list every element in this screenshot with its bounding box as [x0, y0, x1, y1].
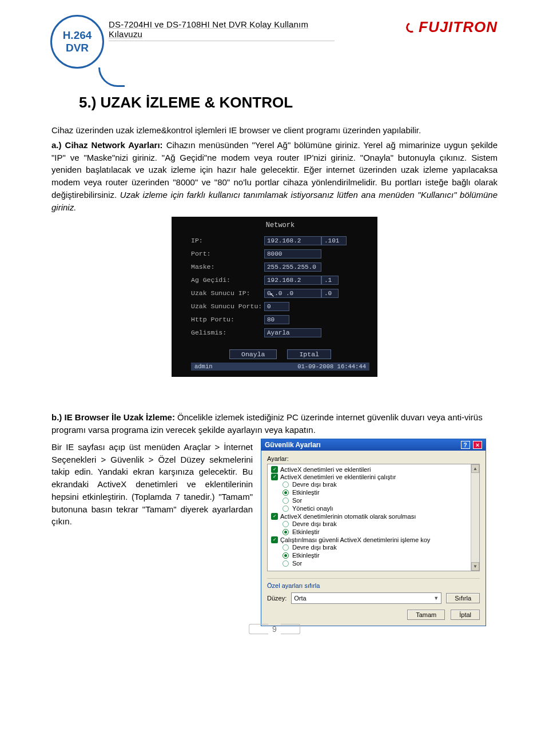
advanced-button[interactable]: Ayarla — [264, 328, 321, 337]
scroll-down-icon[interactable]: ▼ — [471, 562, 479, 571]
activex-icon: ✓ — [271, 466, 278, 473]
remote-ip-label: Uzak Sunucu IP: — [191, 289, 264, 297]
port-label: Port: — [191, 250, 264, 257]
activex-icon: ✓ — [271, 513, 278, 520]
ip-label: IP: — [191, 237, 264, 244]
ok-button[interactable]: Tamam — [407, 610, 445, 620]
level-label: Düzey: — [267, 595, 287, 602]
radio-off-icon[interactable] — [283, 544, 289, 551]
option-row[interactable]: Devre dışı bırak — [270, 543, 477, 551]
remote-ip-field-b[interactable]: .0 — [321, 289, 339, 298]
mask-label: Maske: — [191, 263, 264, 270]
activex-icon: ✓ — [271, 536, 278, 543]
radio-off-icon[interactable] — [283, 498, 289, 504]
page-number-value: 9 — [268, 624, 281, 634]
radio-off-icon[interactable] — [283, 482, 289, 488]
radio-on-icon[interactable] — [283, 490, 289, 496]
para3-lead: b.) IE Browser İle Uzak İzleme: — [51, 412, 177, 422]
group-label: Çalıştırılması güvenli ActiveX denetimle… — [280, 536, 430, 543]
status-user: admin — [194, 363, 213, 370]
option-label: Devre dışı bırak — [292, 543, 337, 551]
activex-group: ✓Çalıştırılması güvenli ActiveX denetiml… — [270, 536, 477, 543]
security-settings-dialog: Güvenlik Ayarları ? × Ayarlar: ▲ ▼ ✓Acti… — [261, 439, 486, 627]
port-field[interactable]: 8000 — [264, 249, 321, 258]
remote-port-field[interactable]: 0 — [264, 302, 289, 311]
option-row[interactable]: Yönetici onaylı — [270, 504, 477, 512]
para2-lead: a.) Cihaz Network Ayarları: — [51, 140, 166, 150]
brand-label: FUJITRON — [419, 18, 498, 36]
dialog-title: Güvenlik Ayarları — [265, 441, 321, 449]
radio-off-icon[interactable] — [283, 506, 289, 512]
option-row[interactable]: Sor — [270, 559, 477, 567]
settings-list[interactable]: ▲ ▼ ✓ActiveX denetimleri ve eklentileri✓… — [267, 464, 480, 571]
reset-section-label: Özel ayarları sıfırla — [267, 578, 480, 589]
dialog-cancel-button[interactable]: İptal — [451, 610, 480, 620]
option-row[interactable]: Etkinleştir — [270, 488, 477, 496]
chevron-down-icon: ▼ — [433, 595, 439, 601]
decorative-curve — [98, 67, 125, 87]
group-label: ActiveX denetimleri ve eklentileri — [280, 466, 371, 473]
activex-group: ✓ActiveX denetimleri ve eklentileri — [270, 465, 477, 473]
help-icon[interactable]: ? — [461, 441, 470, 449]
paragraph-ie: b.) IE Browser İle Uzak İzleme: Öncelikl… — [51, 411, 498, 436]
net-title: Network — [191, 221, 369, 229]
option-label: Devre dışı bırak — [292, 520, 337, 528]
reset-button[interactable]: Sıfırla — [446, 593, 480, 603]
option-row[interactable]: Sor — [270, 496, 477, 504]
gateway-field-b[interactable]: .1 — [321, 276, 339, 285]
option-label: Etkinleştir — [292, 528, 320, 536]
option-label: Sor — [292, 496, 302, 504]
logo-swoosh-icon — [404, 21, 417, 34]
status-bar: admin 01-09-2008 16:44:44 — [191, 363, 369, 371]
group-label: ActiveX denetimlerinin otomatik olarak s… — [280, 513, 416, 520]
option-row[interactable]: Etkinleştir — [270, 528, 477, 536]
network-settings-screenshot: Network IP: 192.168.2 .101 Port: 8000 Ma… — [172, 217, 377, 377]
scroll-up-icon[interactable]: ▲ — [471, 464, 479, 473]
group-label: ActiveX denetimleri ve eklentilerini çal… — [280, 474, 396, 480]
paragraph-intro: Cihaz üzerinden uzak izleme&kontrol işle… — [51, 124, 498, 137]
option-row[interactable]: Devre dışı bırak — [270, 520, 477, 528]
paragraph-ie-steps: Bir IE sayfası açıp üst menüden Araçlar … — [51, 441, 253, 528]
activex-icon: ✓ — [271, 474, 278, 480]
option-label: Yönetici onaylı — [292, 504, 333, 512]
http-port-label: Http Portu: — [191, 316, 264, 323]
gateway-field-a[interactable]: 192.168.2 — [264, 276, 321, 285]
radio-on-icon[interactable] — [283, 529, 289, 535]
http-port-field[interactable]: 80 — [264, 315, 289, 324]
remote-port-label: Uzak Sunucu Portu: — [191, 303, 264, 310]
level-select[interactable]: Orta ▼ — [291, 592, 441, 604]
radio-off-icon[interactable] — [283, 560, 289, 567]
option-label: Etkinleştir — [292, 551, 320, 559]
option-label: Devre dışı bırak — [292, 480, 337, 488]
activex-group: ✓ActiveX denetimlerinin otomatik olarak … — [270, 512, 477, 520]
scrollbar[interactable]: ▲ ▼ — [471, 464, 479, 571]
list-label: Ayarlar: — [267, 455, 480, 462]
product-badge: H.264 DVR — [50, 15, 104, 69]
radio-off-icon[interactable] — [283, 521, 289, 527]
mask-field[interactable]: 255.255.255.0 — [264, 262, 321, 272]
ip-field-a[interactable]: 192.168.2 — [264, 236, 321, 245]
badge-line1: H.264 — [63, 29, 92, 42]
dialog-titlebar: Güvenlik Ayarları ? × — [261, 439, 486, 451]
activex-group: ✓ActiveX denetimleri ve eklentilerini ça… — [270, 473, 477, 480]
status-time: 01-09-2008 16:44:44 — [297, 363, 366, 370]
cursor-icon: ↖ — [270, 290, 274, 299]
brand-logo: FUJITRON — [406, 18, 498, 36]
section-heading: 5.) UZAK İZLEME & KONTROL — [79, 94, 498, 112]
radio-on-icon[interactable] — [283, 552, 289, 559]
option-label: Etkinleştir — [292, 488, 320, 496]
ip-field-b[interactable]: .101 — [321, 236, 347, 245]
badge-line2: DVR — [66, 42, 89, 54]
option-label: Sor — [292, 559, 302, 567]
paragraph-network: a.) Cihaz Network Ayarları: Cihazın menü… — [51, 139, 498, 214]
document-title: DS-7204HI ve DS-7108HI Net DVR Kolay Kul… — [109, 19, 335, 41]
page-number: 9 — [249, 624, 300, 634]
confirm-button[interactable]: Onayla — [229, 349, 277, 359]
option-row[interactable]: Etkinleştir — [270, 551, 477, 559]
level-value: Orta — [294, 595, 306, 602]
gateway-label: Ag Geçidi: — [191, 276, 264, 284]
cancel-button[interactable]: Iptal — [287, 349, 331, 359]
option-row[interactable]: Devre dışı bırak — [270, 480, 477, 488]
close-icon[interactable]: × — [473, 441, 482, 449]
advanced-label: Gelismis: — [191, 329, 264, 336]
